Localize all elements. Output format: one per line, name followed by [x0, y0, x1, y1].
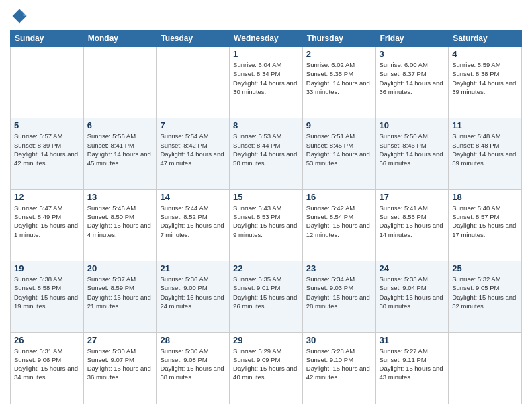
day-info: Sunrise: 5:43 AM Sunset: 8:53 PM Dayligh… — [233, 203, 299, 239]
page: SundayMondayTuesdayWednesdayThursdayFrid… — [0, 0, 532, 411]
day-info: Sunrise: 5:29 AM Sunset: 9:09 PM Dayligh… — [233, 347, 299, 382]
calendar-cell — [11, 47, 84, 118]
day-number: 25 — [452, 263, 518, 273]
weekday-header-row: SundayMondayTuesdayWednesdayThursdayFrid… — [11, 30, 522, 47]
day-number: 15 — [233, 192, 299, 202]
calendar-cell: 30Sunrise: 5:28 AM Sunset: 9:10 PM Dayli… — [302, 332, 375, 404]
day-number: 19 — [14, 263, 80, 273]
day-number: 21 — [160, 263, 226, 273]
day-info: Sunrise: 5:38 AM Sunset: 8:58 PM Dayligh… — [14, 275, 80, 310]
calendar-cell: 12Sunrise: 5:47 AM Sunset: 8:49 PM Dayli… — [11, 189, 84, 261]
weekday-header-thursday: Thursday — [302, 30, 375, 47]
week-row-2: 5Sunrise: 5:57 AM Sunset: 8:39 PM Daylig… — [11, 118, 522, 189]
day-info: Sunrise: 5:59 AM Sunset: 8:38 PM Dayligh… — [452, 60, 518, 96]
weekday-header-monday: Monday — [83, 30, 157, 47]
calendar-cell: 15Sunrise: 5:43 AM Sunset: 8:53 PM Dayli… — [230, 189, 303, 261]
calendar-table: SundayMondayTuesdayWednesdayThursdayFrid… — [10, 30, 522, 404]
day-info: Sunrise: 5:30 AM Sunset: 9:07 PM Dayligh… — [87, 347, 153, 382]
calendar-cell: 26Sunrise: 5:31 AM Sunset: 9:06 PM Dayli… — [11, 332, 84, 404]
day-number: 22 — [233, 263, 299, 273]
day-number: 28 — [160, 335, 226, 345]
day-number: 24 — [380, 263, 445, 273]
day-number: 23 — [306, 263, 372, 273]
day-info: Sunrise: 5:54 AM Sunset: 8:42 PM Dayligh… — [160, 132, 226, 167]
day-info: Sunrise: 5:51 AM Sunset: 8:45 PM Dayligh… — [306, 132, 372, 167]
calendar-cell: 6Sunrise: 5:56 AM Sunset: 8:41 PM Daylig… — [83, 118, 157, 189]
day-info: Sunrise: 5:47 AM Sunset: 8:49 PM Dayligh… — [14, 203, 80, 239]
day-number: 8 — [233, 120, 299, 130]
week-row-5: 26Sunrise: 5:31 AM Sunset: 9:06 PM Dayli… — [11, 332, 522, 404]
day-info: Sunrise: 5:27 AM Sunset: 9:11 PM Dayligh… — [380, 347, 445, 382]
calendar-cell: 31Sunrise: 5:27 AM Sunset: 9:11 PM Dayli… — [375, 332, 449, 404]
day-number: 18 — [452, 192, 518, 202]
day-info: Sunrise: 5:36 AM Sunset: 9:00 PM Dayligh… — [160, 275, 226, 310]
calendar-cell: 9Sunrise: 5:51 AM Sunset: 8:45 PM Daylig… — [302, 118, 375, 189]
weekday-header-friday: Friday — [375, 30, 449, 47]
day-number: 1 — [233, 49, 299, 59]
week-row-1: 1Sunrise: 6:04 AM Sunset: 8:34 PM Daylig… — [11, 47, 522, 118]
day-number: 13 — [87, 192, 153, 202]
day-info: Sunrise: 5:34 AM Sunset: 9:03 PM Dayligh… — [306, 275, 372, 310]
calendar-cell: 7Sunrise: 5:54 AM Sunset: 8:42 PM Daylig… — [157, 118, 230, 189]
day-info: Sunrise: 5:42 AM Sunset: 8:54 PM Dayligh… — [306, 203, 372, 239]
calendar-cell: 14Sunrise: 5:44 AM Sunset: 8:52 PM Dayli… — [157, 189, 230, 261]
calendar-cell: 23Sunrise: 5:34 AM Sunset: 9:03 PM Dayli… — [302, 261, 375, 332]
weekday-header-wednesday: Wednesday — [230, 30, 303, 47]
day-info: Sunrise: 5:48 AM Sunset: 8:48 PM Dayligh… — [452, 132, 518, 167]
logo-icon — [10, 7, 29, 26]
calendar-cell — [157, 47, 230, 118]
day-number: 20 — [87, 263, 153, 273]
day-info: Sunrise: 5:53 AM Sunset: 8:44 PM Dayligh… — [233, 132, 299, 167]
day-number: 7 — [160, 120, 226, 130]
day-info: Sunrise: 6:04 AM Sunset: 8:34 PM Dayligh… — [233, 60, 299, 96]
day-info: Sunrise: 5:46 AM Sunset: 8:50 PM Dayligh… — [87, 203, 153, 239]
calendar-cell: 1Sunrise: 6:04 AM Sunset: 8:34 PM Daylig… — [230, 47, 303, 118]
day-info: Sunrise: 5:31 AM Sunset: 9:06 PM Dayligh… — [14, 347, 80, 382]
calendar-cell: 28Sunrise: 5:30 AM Sunset: 9:08 PM Dayli… — [157, 332, 230, 404]
calendar-cell: 4Sunrise: 5:59 AM Sunset: 8:38 PM Daylig… — [449, 47, 522, 118]
day-info: Sunrise: 5:40 AM Sunset: 8:57 PM Dayligh… — [452, 203, 518, 239]
calendar-cell: 17Sunrise: 5:41 AM Sunset: 8:55 PM Dayli… — [375, 189, 449, 261]
day-number: 16 — [306, 192, 372, 202]
day-number: 2 — [306, 49, 372, 59]
day-info: Sunrise: 6:02 AM Sunset: 8:35 PM Dayligh… — [306, 60, 372, 96]
day-info: Sunrise: 5:41 AM Sunset: 8:55 PM Dayligh… — [380, 203, 445, 239]
calendar-cell: 2Sunrise: 6:02 AM Sunset: 8:35 PM Daylig… — [302, 47, 375, 118]
day-info: Sunrise: 5:37 AM Sunset: 8:59 PM Dayligh… — [87, 275, 153, 310]
day-info: Sunrise: 5:44 AM Sunset: 8:52 PM Dayligh… — [160, 203, 226, 239]
calendar-cell: 8Sunrise: 5:53 AM Sunset: 8:44 PM Daylig… — [230, 118, 303, 189]
week-row-3: 12Sunrise: 5:47 AM Sunset: 8:49 PM Dayli… — [11, 189, 522, 261]
day-number: 6 — [87, 120, 153, 130]
day-number: 29 — [233, 335, 299, 345]
calendar-cell — [83, 47, 157, 118]
calendar-cell: 18Sunrise: 5:40 AM Sunset: 8:57 PM Dayli… — [449, 189, 522, 261]
calendar-cell: 11Sunrise: 5:48 AM Sunset: 8:48 PM Dayli… — [449, 118, 522, 189]
day-info: Sunrise: 5:28 AM Sunset: 9:10 PM Dayligh… — [306, 347, 372, 382]
calendar-cell: 16Sunrise: 5:42 AM Sunset: 8:54 PM Dayli… — [302, 189, 375, 261]
day-info: Sunrise: 5:35 AM Sunset: 9:01 PM Dayligh… — [233, 275, 299, 310]
calendar-cell: 13Sunrise: 5:46 AM Sunset: 8:50 PM Dayli… — [83, 189, 157, 261]
calendar-cell: 19Sunrise: 5:38 AM Sunset: 8:58 PM Dayli… — [11, 261, 84, 332]
day-number: 4 — [452, 49, 518, 59]
weekday-header-tuesday: Tuesday — [157, 30, 230, 47]
calendar-cell: 20Sunrise: 5:37 AM Sunset: 8:59 PM Dayli… — [83, 261, 157, 332]
calendar-cell: 27Sunrise: 5:30 AM Sunset: 9:07 PM Dayli… — [83, 332, 157, 404]
day-number: 10 — [380, 120, 445, 130]
header — [10, 7, 522, 26]
day-number: 26 — [14, 335, 80, 345]
day-info: Sunrise: 5:33 AM Sunset: 9:04 PM Dayligh… — [380, 275, 445, 310]
calendar-cell: 25Sunrise: 5:32 AM Sunset: 9:05 PM Dayli… — [449, 261, 522, 332]
weekday-header-sunday: Sunday — [11, 30, 84, 47]
weekday-header-saturday: Saturday — [449, 30, 522, 47]
logo — [10, 7, 30, 26]
calendar-cell: 29Sunrise: 5:29 AM Sunset: 9:09 PM Dayli… — [230, 332, 303, 404]
day-number: 14 — [160, 192, 226, 202]
day-info: Sunrise: 6:00 AM Sunset: 8:37 PM Dayligh… — [380, 60, 445, 96]
calendar-cell — [449, 332, 522, 404]
day-number: 5 — [14, 120, 80, 130]
day-info: Sunrise: 5:56 AM Sunset: 8:41 PM Dayligh… — [87, 132, 153, 167]
calendar-cell: 5Sunrise: 5:57 AM Sunset: 8:39 PM Daylig… — [11, 118, 84, 189]
day-number: 9 — [306, 120, 372, 130]
day-info: Sunrise: 5:30 AM Sunset: 9:08 PM Dayligh… — [160, 347, 226, 382]
day-number: 11 — [452, 120, 518, 130]
